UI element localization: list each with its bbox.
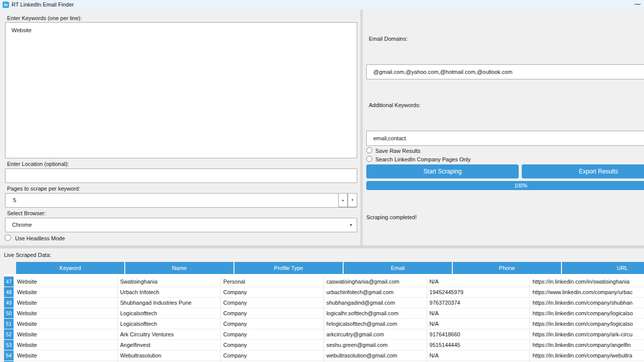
cell-url: https://in.linkedin.com/in/swatisinghani…	[530, 277, 644, 287]
pages-label: Pages to scrape per keyword:	[7, 186, 80, 192]
cell-phone: 19452445979	[427, 287, 530, 298]
cell-email: logicalhr.softtech@gmail.com	[324, 308, 427, 319]
table-header: Keyword Name Profile Type Email Phone UR…	[4, 262, 644, 274]
row-number-cell: 51	[4, 319, 15, 329]
cell-profile-type: Company	[221, 319, 324, 329]
table-row[interactable]: 50 Website Logicalsofttech Company logic…	[4, 308, 644, 319]
additional-keywords-label: Additional Keywords:	[369, 102, 421, 108]
location-value	[6, 169, 357, 172]
minimize-button[interactable]: —	[631, 0, 643, 10]
chevron-down-icon: ▼	[349, 223, 353, 227]
cell-url: https://in.linkedin.com/company/logicals…	[530, 308, 644, 319]
cell-phone: 9515144445	[427, 340, 530, 350]
cell-keyword: Website	[15, 287, 118, 298]
email-domains-value: @gmail.com,@yahoo.com,@hotmail.com,@outl…	[367, 65, 644, 75]
save-raw-label: Save Raw Results	[375, 148, 421, 154]
headless-checkbox[interactable]	[5, 234, 11, 241]
cell-phone: 9763720374	[427, 298, 530, 308]
cell-email: seshu.green@gmail.com	[324, 340, 427, 350]
cell-email: urbachinfotech@gmail.com	[324, 287, 427, 298]
cell-name: Logicalsofttech	[118, 319, 221, 329]
cell-name: Logicalsofttech	[118, 308, 221, 319]
cell-keyword: Website	[15, 277, 118, 287]
pages-value: 5	[6, 194, 357, 203]
table-body: 47 Website Swatisinghania Personal caswa…	[4, 277, 644, 362]
status-text: Scraping completed!	[366, 214, 417, 220]
cell-profile-type: Company	[221, 298, 324, 308]
keywords-textarea[interactable]: Website	[5, 22, 357, 158]
cell-profile-type: Company	[221, 308, 324, 319]
column-header-profile-type[interactable]: Profile Type	[234, 262, 343, 274]
column-header-phone[interactable]: Phone	[453, 262, 561, 274]
company-only-checkbox[interactable]	[366, 156, 372, 162]
cell-email: hrlogicalsofttech@gmail.com	[324, 319, 427, 329]
panel-divider-horizontal[interactable]	[0, 245, 644, 248]
cell-name: Urbach Infotech	[118, 287, 221, 298]
export-results-button[interactable]: Export Results	[522, 164, 644, 178]
cell-name: Swatisinghania	[118, 277, 221, 287]
start-scraping-button[interactable]: Start Scraping	[366, 164, 519, 178]
row-number-cell: 49	[4, 298, 15, 308]
company-only-label: Search LinkedIn Company Pages Only	[375, 156, 471, 162]
table-row[interactable]: 47 Website Swatisinghania Personal caswa…	[4, 277, 644, 287]
title-bar: in RT LinkedIn Email Finder —	[0, 0, 644, 10]
cell-phone: N/A	[427, 277, 530, 287]
cell-profile-type: Company	[221, 287, 324, 298]
column-header-keyword[interactable]: Keyword	[16, 262, 124, 274]
cell-keyword: Website	[15, 329, 118, 340]
cell-url: https://in.linkedin.com/company/logicals…	[530, 319, 644, 329]
cell-url: https://www.linkedin.com/company/urbac	[530, 287, 644, 298]
table-row[interactable]: 51 Website Logicalsofttech Company hrlog…	[4, 319, 644, 329]
cell-name: Ark Circuitry Ventures	[118, 329, 221, 340]
cell-phone: N/A	[427, 350, 530, 361]
table-row[interactable]: 52 Website Ark Circuitry Ventures Compan…	[4, 329, 644, 340]
browser-label: Select Browser:	[7, 210, 46, 216]
column-header-email[interactable]: Email	[344, 262, 452, 274]
cell-profile-type: Company	[221, 350, 324, 361]
column-header-url[interactable]: URL	[562, 262, 644, 274]
pages-spinner[interactable]: 5 ▲ ▼	[5, 193, 357, 208]
cell-keyword: Website	[15, 308, 118, 319]
cell-email: shubhangadind@gmail.com	[324, 298, 427, 308]
cell-keyword: Website	[15, 319, 118, 329]
email-domains-label: Email Domains:	[369, 36, 408, 42]
table-row[interactable]: 48 Website Urbach Infotech Company urbac…	[4, 287, 644, 298]
additional-keywords-value: email,contact	[367, 131, 644, 141]
window-title: RT LinkedIn Email Finder	[12, 2, 74, 8]
cell-url: https://in.linkedin.com/company/ark-circ…	[530, 329, 644, 340]
cell-keyword: Website	[15, 350, 118, 361]
save-raw-checkbox[interactable]	[366, 147, 372, 153]
table-row[interactable]: 53 Website Angelfinvest Company seshu.gr…	[4, 340, 644, 350]
browser-value: Chrome	[6, 218, 357, 228]
live-data-label: Live Scraped Data:	[4, 252, 51, 258]
email-domains-input[interactable]: @gmail.com,@yahoo.com,@hotmail.com,@outl…	[366, 64, 644, 79]
cell-email: webultrasolution@gmail.com	[324, 350, 427, 361]
app-icon: in	[3, 2, 9, 8]
cell-phone: N/A	[427, 319, 530, 329]
cell-url: https://in.linkedin.com/company/shubhan	[530, 298, 644, 308]
cell-name: Shubhangad Industries Pune	[118, 298, 221, 308]
panel-divider-vertical[interactable]	[360, 10, 363, 245]
row-number-cell: 47	[4, 277, 15, 287]
additional-keywords-input[interactable]: email,contact	[366, 131, 644, 146]
browser-select[interactable]: Chrome ▼	[5, 218, 357, 232]
cell-profile-type: Personal	[221, 277, 324, 287]
headless-label: Use Headless Mode	[15, 235, 65, 241]
cell-profile-type: Company	[221, 340, 324, 350]
cell-profile-type: Company	[221, 329, 324, 340]
table-row[interactable]: 54 Website Webultrasolution Company webu…	[4, 350, 644, 361]
spinner-down-icon[interactable]: ▼	[348, 193, 357, 207]
cell-phone: 9176418660	[427, 329, 530, 340]
cell-email: arkcircuitry@gmail.com	[324, 329, 427, 340]
cell-phone: N/A	[427, 308, 530, 319]
location-input[interactable]	[5, 168, 357, 183]
spinner-up-icon[interactable]: ▲	[338, 193, 348, 207]
table-row[interactable]: 49 Website Shubhangad Industries Pune Co…	[4, 298, 644, 308]
cell-keyword: Website	[15, 340, 118, 350]
column-header-name[interactable]: Name	[125, 262, 233, 274]
cell-name: Angelfinvest	[118, 340, 221, 350]
cell-email: caswatisinghania@gmail.com	[324, 277, 427, 287]
row-number-cell: 53	[4, 340, 15, 350]
keywords-label: Enter Keywords (one per line):	[7, 15, 82, 21]
row-number-cell: 54	[4, 350, 15, 361]
